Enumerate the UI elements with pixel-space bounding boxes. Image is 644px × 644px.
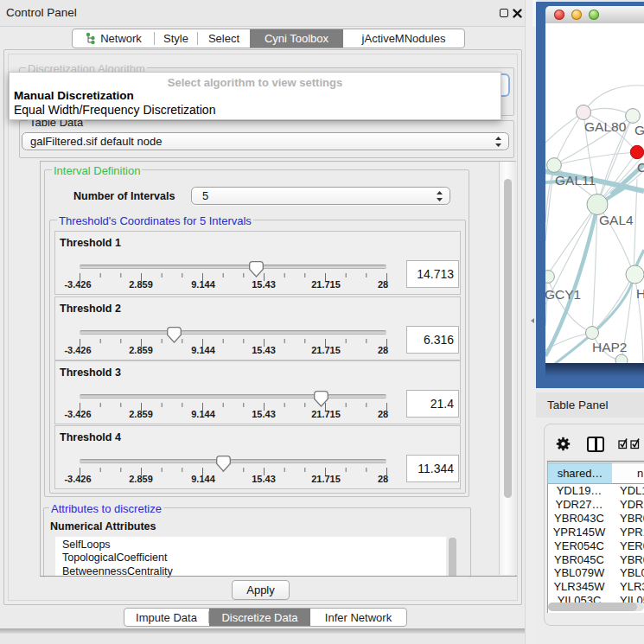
svg-text:GAL80: GAL80 <box>584 119 627 134</box>
svg-text:HAP2: HAP2 <box>592 340 628 354</box>
svg-text:GA: GA <box>634 123 644 137</box>
svg-text:GAL4: GAL4 <box>599 213 634 227</box>
svg-text:GCY1: GCY1 <box>545 287 581 302</box>
svg-text:CY: CY <box>637 160 644 175</box>
svg-text:GAL11: GAL11 <box>555 173 596 188</box>
svg-text:H: H <box>636 286 644 301</box>
